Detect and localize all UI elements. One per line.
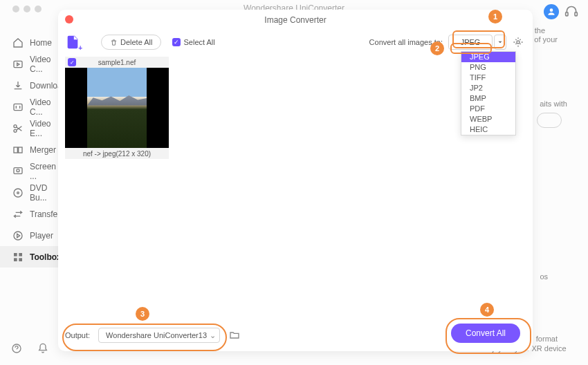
add-image-button[interactable]: + bbox=[65, 35, 80, 50]
output-label: Output: bbox=[65, 331, 90, 339]
convert-all-button[interactable]: Convert All bbox=[451, 324, 520, 343]
select-all-checkbox[interactable]: ✓ Select All bbox=[172, 38, 214, 46]
video-converter-icon bbox=[12, 59, 24, 70]
bell-icon[interactable] bbox=[37, 343, 48, 357]
open-folder-button[interactable] bbox=[228, 330, 241, 341]
sidebar-item-video-compressor[interactable]: Video C... bbox=[0, 96, 58, 118]
video-compressor-icon bbox=[12, 102, 24, 113]
merger-icon bbox=[12, 144, 24, 156]
plus-icon: + bbox=[78, 44, 82, 52]
file-conversion-info: nef -> jpeg(212 x 320) bbox=[65, 148, 169, 159]
svg-point-19 bbox=[517, 41, 520, 44]
convert-all-label: Convert All bbox=[466, 328, 506, 338]
svg-rect-9 bbox=[14, 167, 22, 174]
sidebar-item-transfer[interactable]: Transfer bbox=[0, 203, 58, 225]
annotation-4: 4 bbox=[480, 303, 494, 317]
svg-rect-3 bbox=[14, 61, 22, 67]
output-folder-value: Wondershare UniConverter13 bbox=[106, 331, 207, 339]
file-checkbox[interactable]: ✓ bbox=[68, 58, 76, 66]
sidebar-item-label: Video C... bbox=[30, 55, 58, 74]
settings-button[interactable] bbox=[511, 35, 526, 50]
svg-rect-8 bbox=[19, 147, 22, 153]
annotation-3: 3 bbox=[136, 307, 149, 321]
screen-recorder-icon bbox=[12, 166, 24, 177]
svg-rect-7 bbox=[14, 147, 17, 153]
sidebar-item-label: Player bbox=[30, 231, 53, 241]
svg-rect-2 bbox=[575, 12, 577, 16]
output-folder-select[interactable]: Wondershare UniConverter13 bbox=[98, 328, 220, 343]
svg-point-12 bbox=[17, 191, 19, 194]
format-option-webp[interactable]: WEBP bbox=[461, 114, 515, 124]
bg-text: aits with bbox=[540, 100, 567, 108]
sidebar-item-player[interactable]: Player bbox=[0, 225, 58, 246]
svg-point-0 bbox=[550, 8, 553, 12]
sidebar-item-label: Toolbox bbox=[30, 252, 62, 262]
sidebar-item-toolbox[interactable]: Toolbox bbox=[0, 246, 58, 268]
home-icon bbox=[12, 37, 24, 48]
select-all-label: Select All bbox=[183, 38, 214, 46]
transfer-icon bbox=[12, 209, 24, 220]
modal-toolbar: + Delete All ✓ Select All Convert all im… bbox=[65, 32, 526, 53]
image-file-card[interactable]: ✓ sample1.nef nef -> jpeg(212 x 320) bbox=[65, 57, 169, 159]
support-icon[interactable] bbox=[564, 5, 578, 19]
bg-button-fragment bbox=[537, 113, 562, 128]
file-thumbnail bbox=[65, 68, 169, 148]
format-option-pdf[interactable]: PDF bbox=[461, 104, 515, 114]
toolbox-icon bbox=[12, 252, 24, 263]
sidebar-item-merger[interactable]: Merger bbox=[0, 139, 58, 160]
svg-rect-15 bbox=[19, 253, 22, 256]
output-bar: Output: Wondershare UniConverter13 bbox=[65, 328, 241, 343]
help-icon[interactable] bbox=[11, 343, 22, 357]
svg-point-13 bbox=[14, 232, 22, 240]
format-dropdown-toggle[interactable] bbox=[494, 35, 506, 50]
format-dropdown-menu: JPEG PNG TIFF JP2 BMP PDF WEBP HEIC bbox=[461, 51, 516, 135]
svg-point-5 bbox=[14, 124, 17, 127]
format-option-bmp[interactable]: BMP bbox=[461, 93, 515, 104]
svg-rect-1 bbox=[566, 12, 568, 16]
svg-rect-16 bbox=[14, 258, 17, 261]
format-selected-value: JPEG bbox=[461, 38, 481, 46]
delete-all-label: Delete All bbox=[120, 38, 152, 46]
bg-text: format bbox=[536, 335, 558, 343]
sidebar-item-home[interactable]: Home bbox=[0, 32, 58, 53]
dvd-icon bbox=[12, 187, 24, 198]
svg-point-11 bbox=[14, 189, 22, 197]
image-converter-modal: Image Converter + Delete All ✓ Select Al… bbox=[58, 10, 533, 351]
sidebar-item-video-converter[interactable]: Video C... bbox=[0, 53, 58, 75]
format-option-png[interactable]: PNG bbox=[461, 62, 515, 73]
bg-text: of your bbox=[534, 35, 558, 44]
scissors-icon bbox=[12, 123, 24, 134]
format-option-jpeg[interactable]: JPEG bbox=[461, 52, 515, 62]
svg-rect-4 bbox=[14, 104, 22, 110]
sidebar-item-download[interactable]: Downloa... bbox=[0, 75, 58, 96]
download-icon bbox=[12, 80, 24, 91]
annotation-2: 2 bbox=[430, 41, 444, 55]
sidebar-item-label: DVD Bu... bbox=[30, 183, 58, 203]
svg-rect-14 bbox=[14, 253, 17, 256]
svg-rect-17 bbox=[19, 258, 22, 261]
sidebar-item-label: Video E... bbox=[30, 119, 58, 138]
sidebar-item-video-editor[interactable]: Video E... bbox=[0, 118, 58, 139]
svg-point-10 bbox=[17, 169, 19, 171]
file-name: sample1.nef bbox=[98, 59, 136, 66]
format-option-heic[interactable]: HEIC bbox=[461, 124, 515, 135]
bg-text: the bbox=[535, 26, 545, 35]
sidebar-item-dvd-burner[interactable]: DVD Bu... bbox=[0, 182, 58, 203]
svg-point-6 bbox=[14, 129, 17, 132]
sidebar-item-label: Screen ... bbox=[30, 162, 58, 181]
sidebar-item-label: Home bbox=[30, 38, 52, 48]
format-option-jp2[interactable]: JP2 bbox=[461, 83, 515, 93]
user-avatar[interactable] bbox=[544, 4, 559, 19]
sidebar-item-label: Transfer bbox=[30, 209, 60, 219]
format-select[interactable]: JPEG bbox=[448, 35, 493, 50]
file-header: ✓ sample1.nef bbox=[65, 57, 169, 68]
sidebar-item-label: Video C... bbox=[30, 97, 58, 117]
format-option-tiff[interactable]: TIFF bbox=[461, 73, 515, 83]
sidebar-item-label: Merger bbox=[30, 145, 56, 155]
sidebar-item-screen-recorder[interactable]: Screen ... bbox=[0, 160, 58, 182]
sidebar: Home Video C... Downloa... Video C... Vi… bbox=[0, 26, 58, 365]
modal-title: Image Converter bbox=[58, 15, 533, 25]
delete-all-button[interactable]: Delete All bbox=[101, 35, 161, 50]
bg-text: os bbox=[540, 272, 548, 281]
checkbox-checked-icon: ✓ bbox=[172, 38, 181, 46]
